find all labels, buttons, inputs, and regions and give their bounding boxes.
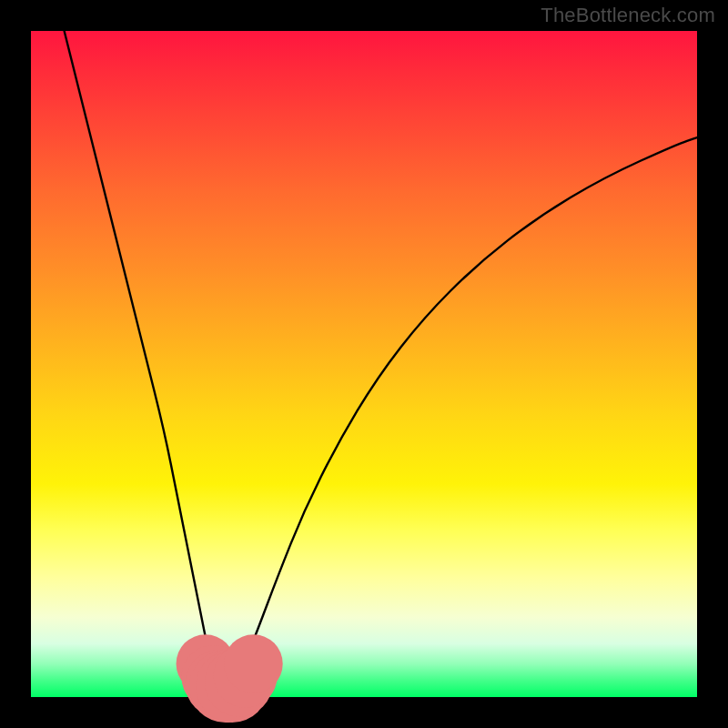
chart-frame: TheBottleneck.com <box>0 0 728 728</box>
bottleneck-curve <box>65 31 697 687</box>
curve-svg <box>31 31 697 697</box>
plot-area <box>31 31 697 697</box>
watermark-text: TheBottleneck.com <box>541 4 715 27</box>
trough-marker <box>224 634 282 693</box>
trough-marker-group <box>177 634 283 723</box>
